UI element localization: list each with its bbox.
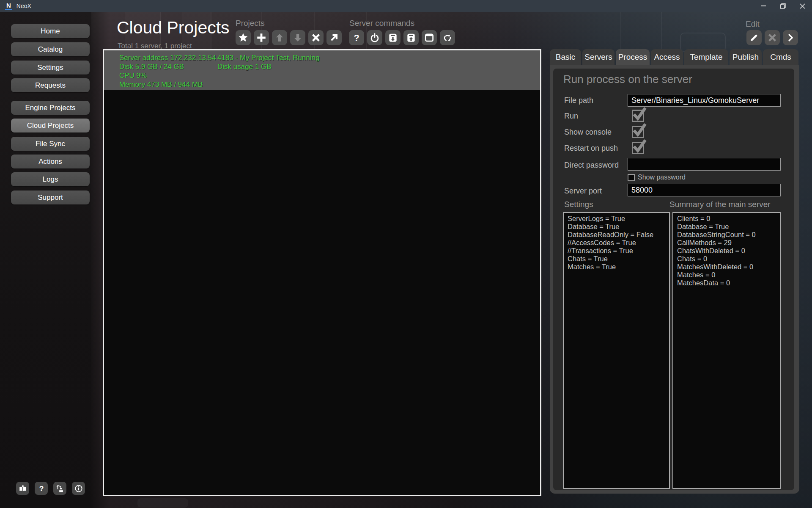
open-project-button[interactable] [326, 30, 342, 45]
app-window: N NeoX Home Catalog Settings Requests En… [0, 0, 812, 508]
move-down-button[interactable] [290, 30, 305, 45]
direct-password-label: Direct password [564, 161, 619, 170]
tab-access[interactable]: Access [651, 49, 683, 65]
favorite-button[interactable] [236, 30, 251, 45]
file-path-input[interactable] [628, 94, 781, 107]
summary-line: MatchesWithDeleted = 0 [677, 263, 776, 271]
sidebar-item-actions[interactable]: Actions [11, 155, 90, 168]
server-console-button[interactable] [422, 30, 437, 45]
minimize-icon [761, 6, 766, 6]
run-checkbox[interactable] [632, 110, 644, 122]
direct-password-input[interactable] [628, 158, 781, 171]
restore-button[interactable] [773, 0, 793, 12]
server-recycle-button[interactable] [440, 30, 455, 45]
server-list-item[interactable]: Server address 172.232.13.54 Disk 5.9 GB… [104, 50, 540, 90]
tab-servers[interactable]: Servers [582, 49, 614, 65]
tab-publish[interactable]: Publish [730, 49, 762, 65]
show-password-checkbox[interactable] [628, 174, 635, 181]
recycle-icon [442, 32, 453, 43]
server-disk: Disk 5.9 GB / 24 GB [119, 62, 216, 71]
file-path-label: File path [564, 96, 593, 105]
server-info-left: Server address 172.232.13.54 Disk 5.9 GB… [119, 53, 216, 89]
close-icon [800, 3, 805, 9]
checkmark-icon [631, 106, 647, 121]
minimize-button[interactable] [754, 0, 773, 12]
summary-list[interactable]: Clients = 0 Database = True DatabaseStri… [672, 212, 781, 489]
arrow-up-icon [274, 33, 285, 43]
checkmark-icon [631, 138, 647, 153]
sidebar-item-file-sync[interactable]: File Sync [11, 137, 90, 151]
box-download-icon [387, 32, 398, 43]
bg-decoration [137, 498, 188, 508]
server-install-button[interactable] [385, 30, 401, 45]
run-label: Run [564, 112, 578, 121]
restart-on-push-label: Restart on push [564, 144, 618, 153]
show-password-label: Show password [638, 174, 686, 181]
chevron-right-icon [785, 33, 796, 43]
sidebar-item-cloud-projects[interactable]: Cloud Projects [11, 119, 90, 133]
tab-template[interactable]: Template [684, 49, 728, 65]
server-help-button[interactable]: ? [349, 30, 364, 45]
server-upload-button[interactable] [403, 30, 419, 45]
form-heading: Run process on the server [563, 73, 692, 86]
restart-on-push-checkbox[interactable] [632, 142, 644, 154]
pencil-icon [749, 33, 759, 43]
edit-delete-button[interactable] [765, 30, 780, 45]
server-memory: Memory 473 MB / 944 MB [119, 80, 216, 89]
tab-cmds[interactable]: Cmds [763, 49, 798, 65]
cross-icon [767, 33, 777, 43]
summary-line: Database = True [677, 223, 776, 231]
settings-label: Settings [564, 200, 593, 209]
summary-line: Matches = 0 [677, 271, 776, 279]
settings-list[interactable]: ServerLogs = True Database = True Databa… [563, 212, 670, 489]
sidebar-item-logs[interactable]: Logs [11, 172, 90, 186]
tab-process[interactable]: Process [616, 49, 650, 65]
window-title: NeoX [16, 3, 31, 9]
sidebar-item-engine-projects[interactable]: Engine Projects [11, 101, 90, 115]
about-button[interactable] [72, 482, 85, 495]
projects-list-panel[interactable]: Server address 172.232.13.54 Disk 5.9 GB… [103, 49, 541, 496]
sidebar-item-catalog[interactable]: Catalog [11, 42, 90, 56]
summary-line: Chats = 0 [677, 255, 776, 263]
sidebar-item-home[interactable]: Home [11, 24, 90, 38]
settings-line: //Transactions = True [568, 247, 665, 255]
server-commands-toolbar: ? [349, 30, 455, 45]
show-console-checkbox[interactable] [632, 126, 644, 138]
question-icon: ? [351, 32, 362, 43]
edit-toolbar [746, 30, 798, 45]
close-button[interactable] [793, 0, 812, 12]
sidebar-item-support[interactable]: Support [11, 190, 90, 204]
sidebar-item-settings[interactable]: Settings [11, 61, 90, 75]
help-button[interactable]: ? [35, 482, 48, 495]
server-commands-label: Server commands [349, 19, 414, 28]
summary-line: MatchesData = 0 [677, 279, 776, 287]
documentation-button[interactable] [16, 482, 29, 495]
settings-line: Matches = True [568, 263, 665, 271]
server-address: Server address 172.232.13.54 [119, 53, 216, 62]
edit-button[interactable] [746, 30, 762, 45]
tab-basic[interactable]: Basic [550, 49, 581, 65]
move-up-button[interactable] [272, 30, 287, 45]
window-icon [424, 32, 435, 43]
page-title: Cloud Projects [117, 18, 230, 38]
server-port-input[interactable] [628, 184, 781, 196]
summary-line: CallMethods = 29 [677, 239, 776, 247]
project-disk-usage: Disk usage 1 GB [217, 62, 320, 71]
sidebar-item-requests[interactable]: Requests [11, 78, 90, 92]
checkmark-icon [631, 122, 647, 137]
construction-button[interactable] [53, 482, 66, 495]
power-icon [369, 32, 380, 43]
settings-line: Chats = True [568, 255, 665, 263]
server-port-label: Server port [564, 187, 602, 196]
plus-icon [256, 32, 267, 43]
book-reader-icon [18, 484, 27, 493]
server-power-button[interactable] [367, 30, 382, 45]
delete-project-button[interactable] [308, 30, 324, 45]
info-icon [74, 484, 83, 493]
summary-line: ChatsWithDeleted = 0 [677, 247, 776, 255]
edit-next-button[interactable] [783, 30, 798, 45]
summary-line: Clients = 0 [677, 215, 776, 223]
settings-line: ServerLogs = True [568, 215, 665, 223]
add-project-button[interactable] [254, 30, 269, 45]
svg-text:?: ? [39, 484, 44, 492]
